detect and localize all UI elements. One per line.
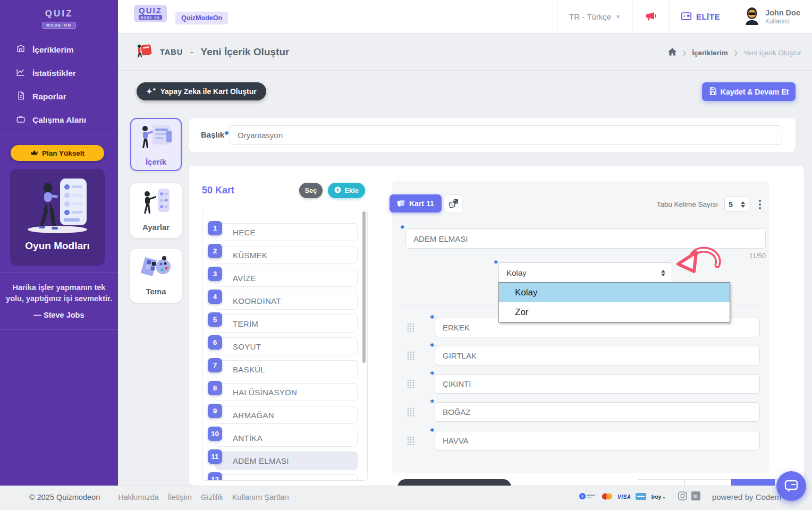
card-list-item[interactable]: 4KOORDİNAT bbox=[208, 291, 358, 309]
header-logo[interactable]: QUIZ MODE ON bbox=[134, 5, 167, 22]
shuffle-dice-button[interactable] bbox=[444, 194, 463, 213]
taboo-word-input[interactable] bbox=[435, 402, 760, 422]
chart-icon bbox=[16, 67, 26, 79]
page-title: TABU - Yeni İçerik Oluştur bbox=[136, 43, 289, 61]
sidebar-item-contents[interactable]: İçeriklerim bbox=[0, 38, 118, 62]
card-word[interactable]: ANTİKA bbox=[215, 429, 358, 447]
drag-handle-icon[interactable] bbox=[407, 436, 415, 447]
logo-text: QUIZ bbox=[0, 8, 118, 19]
settings-tab-illustration bbox=[139, 188, 174, 216]
previous-card-button-partial[interactable] bbox=[397, 479, 511, 486]
megaphone-icon bbox=[645, 10, 657, 24]
crown-icon bbox=[30, 149, 38, 157]
sidebar-item-statistics[interactable]: İstatistikler bbox=[0, 62, 118, 85]
current-card-button[interactable]: Kart 11 bbox=[390, 194, 442, 212]
iyzico-icon bbox=[579, 492, 597, 502]
card-word[interactable]: KÜSMEK bbox=[215, 246, 358, 264]
add-card-button[interactable]: Ekle bbox=[328, 183, 365, 198]
mastercard-icon bbox=[602, 492, 613, 502]
footer-link-privacy[interactable]: Gizlilik bbox=[201, 493, 223, 502]
taboo-count-stepper[interactable]: 5 bbox=[724, 197, 749, 212]
card-word[interactable]: SATRANÇ bbox=[215, 474, 358, 481]
title-separator: - bbox=[190, 47, 193, 57]
card-list-item[interactable]: 9ARMAĞAN bbox=[208, 405, 358, 423]
card-word[interactable]: BASKÜL bbox=[215, 360, 358, 378]
card-list-item[interactable]: 5TERİM bbox=[208, 313, 358, 332]
game-modes-label: Oyun Modları bbox=[10, 240, 105, 252]
main-word-input[interactable] bbox=[405, 228, 766, 249]
brand-pill[interactable]: QuizModeOn bbox=[175, 12, 228, 24]
card-number-badge: 2 bbox=[208, 244, 222, 258]
card-list-item[interactable]: 12SATRANÇ bbox=[208, 473, 358, 481]
taboo-word-input[interactable] bbox=[435, 374, 760, 394]
sidebar-divider bbox=[0, 134, 118, 134]
instagram-icon[interactable] bbox=[678, 491, 687, 503]
card-word[interactable]: ARMAĞAN bbox=[215, 406, 358, 424]
breadcrumb-separator: ❯ bbox=[733, 49, 738, 56]
ai-create-card-button[interactable]: ✦✦ Yapay Zeka ile Kart Oluştur bbox=[137, 82, 266, 100]
chat-button[interactable] bbox=[776, 471, 806, 501]
difficulty-option-kolay[interactable]: Kolay bbox=[499, 283, 730, 302]
select-cards-button[interactable]: Seç bbox=[299, 183, 323, 198]
sidebar-menu: İçeriklerim İstatistikler Raporlar Çalış… bbox=[0, 38, 118, 132]
card-word[interactable]: HECE bbox=[215, 223, 358, 241]
svg-text:in: in bbox=[693, 494, 698, 499]
difficulty-select[interactable]: Kolay bbox=[498, 262, 672, 283]
drag-handle-icon[interactable] bbox=[407, 379, 415, 390]
drag-handle-icon[interactable] bbox=[407, 407, 415, 419]
plan-badge[interactable]: ELİTE bbox=[669, 0, 732, 33]
user-name: John Doe bbox=[765, 8, 800, 18]
drag-handle-icon[interactable] bbox=[407, 323, 415, 334]
avatar bbox=[744, 7, 760, 27]
sidebar-item-reports[interactable]: Raporlar bbox=[0, 85, 118, 108]
card-word[interactable]: HALÜSİNASYON bbox=[215, 383, 358, 401]
top-bar: QUIZ MODE ON QuizModeOn TR - Türkçe ▼ EL… bbox=[118, 0, 812, 33]
game-modes-card[interactable]: Oyun Modları bbox=[10, 169, 105, 266]
user-menu[interactable]: John Doe Kullanıcı bbox=[732, 0, 812, 33]
card-word[interactable]: AVİZE bbox=[215, 269, 358, 287]
tab-settings[interactable]: Ayarlar bbox=[130, 183, 182, 238]
card-list-item[interactable]: 7BASKÜL bbox=[208, 359, 358, 377]
tab-theme[interactable]: Tema bbox=[130, 249, 182, 303]
briefcase-icon bbox=[16, 114, 26, 126]
card-number-badge: 8 bbox=[208, 381, 222, 395]
card-word[interactable]: ADEM ELMASI bbox=[215, 452, 358, 470]
card-list-item[interactable]: 3AVİZE bbox=[208, 268, 358, 286]
card-menu-button[interactable] bbox=[756, 198, 764, 211]
card-list-item[interactable]: 2KÜSMEK bbox=[208, 245, 358, 263]
difficulty-option-zor[interactable]: Zor bbox=[499, 302, 730, 322]
tab-content[interactable]: İçerik bbox=[130, 118, 182, 171]
quote-author: — Steve Jobs bbox=[5, 310, 113, 321]
card-word[interactable]: KOORDİNAT bbox=[215, 292, 358, 310]
troy-icon: troy ● bbox=[651, 494, 665, 500]
card-list-item-selected[interactable]: 11ADEM ELMASI bbox=[208, 450, 358, 469]
home-icon[interactable] bbox=[668, 48, 676, 57]
breadcrumb-contents[interactable]: İçeriklerim bbox=[692, 49, 728, 57]
card-list-item[interactable]: 10ANTİKA bbox=[208, 428, 358, 446]
breadcrumb: ❯ İçeriklerim ❯ Yeni İçerik Oluştur bbox=[668, 48, 801, 57]
card-list-item[interactable]: 8HALÜSİNASYON bbox=[208, 382, 358, 400]
language-selector[interactable]: TR - Türkçe ▼ bbox=[557, 0, 632, 33]
taboo-word-input[interactable] bbox=[435, 431, 760, 450]
footer-link-terms[interactable]: Kullanım Şartları bbox=[232, 493, 289, 502]
title-input[interactable] bbox=[230, 125, 782, 145]
footer-link-contact[interactable]: İletişim bbox=[168, 493, 192, 502]
card-list-item[interactable]: 1HECE bbox=[208, 222, 358, 240]
announcements-button[interactable] bbox=[632, 0, 669, 33]
sidebar-item-workspace[interactable]: Çalışma Alanı bbox=[0, 108, 118, 132]
card-word[interactable]: TERİM bbox=[215, 314, 358, 333]
payment-methods: VISA troy ● bbox=[579, 492, 665, 502]
upgrade-plan-button[interactable]: Plan Yükselt bbox=[11, 145, 104, 161]
taboo-word-input[interactable] bbox=[435, 346, 760, 366]
title-card: Başlık✱ bbox=[189, 118, 796, 152]
required-asterisk: ✱ bbox=[430, 314, 434, 320]
sidebar-logo[interactable]: QUIZ MODE ON bbox=[0, 8, 118, 29]
save-continue-button[interactable]: Kaydet & Devam Et bbox=[702, 82, 796, 101]
card-list-item[interactable]: 6SOYUT bbox=[208, 336, 358, 354]
scrollbar-thumb[interactable] bbox=[362, 211, 366, 363]
card-word[interactable]: SOYUT bbox=[215, 337, 358, 355]
linkedin-icon[interactable]: in bbox=[691, 491, 700, 503]
page-head: TABU - Yeni İçerik Oluştur ❯ İçeriklerim… bbox=[118, 33, 812, 71]
drag-handle-icon[interactable] bbox=[407, 351, 415, 362]
footer-link-about[interactable]: Hakkımızda bbox=[118, 493, 159, 502]
